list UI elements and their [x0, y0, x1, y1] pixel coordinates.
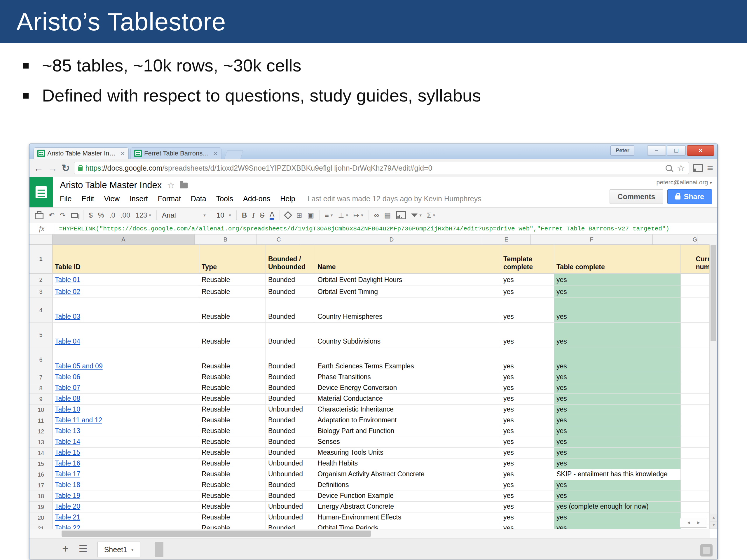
- filter-icon[interactable]: [411, 213, 417, 217]
- cell-table-complete[interactable]: yes: [554, 512, 681, 523]
- cell-bounded[interactable]: Bounded: [266, 286, 315, 297]
- cell-table-id[interactable]: Table 03: [53, 298, 199, 322]
- cell-table-id[interactable]: Table 01: [53, 274, 199, 286]
- paint-format-icon[interactable]: [71, 213, 78, 218]
- row-number[interactable]: 13: [29, 437, 53, 447]
- cell-table-id[interactable]: Table 21: [53, 512, 199, 523]
- cell-type[interactable]: Reusable: [199, 437, 266, 447]
- column-letter-B[interactable]: B: [195, 235, 257, 244]
- table-id-link[interactable]: Table 14: [55, 438, 80, 445]
- cell-template-complete[interactable]: yes: [501, 512, 554, 523]
- cell-type[interactable]: Reusable: [199, 469, 266, 480]
- cell-name[interactable]: Senses: [315, 437, 501, 447]
- cell-type[interactable]: Reusable: [199, 491, 266, 501]
- cell-type[interactable]: Reusable: [199, 274, 266, 286]
- menu-file[interactable]: File: [60, 194, 72, 203]
- fill-color-icon[interactable]: [284, 211, 292, 219]
- decrease-decimal-button[interactable]: .0: [109, 211, 115, 219]
- table-id-link[interactable]: Table 10: [55, 405, 80, 413]
- table-id-link[interactable]: Table 02: [55, 288, 80, 295]
- tab-aristo-table-master-index[interactable]: Aristo Table Master Index ×: [33, 147, 129, 159]
- cell-table-id[interactable]: Table 08: [53, 394, 199, 404]
- cell-bounded[interactable]: Bounded: [266, 491, 315, 501]
- cell-table-id[interactable]: Table 16: [53, 458, 199, 469]
- menu-view[interactable]: View: [104, 194, 120, 203]
- cell-table-id[interactable]: Table 04: [53, 323, 199, 347]
- cell-name[interactable]: Definitions: [315, 480, 501, 490]
- text-color-button[interactable]: A: [269, 211, 274, 220]
- doc-star-icon[interactable]: ☆: [167, 181, 175, 190]
- cell-template-complete[interactable]: yes: [501, 437, 554, 447]
- row-number[interactable]: 2: [29, 274, 53, 286]
- cell-name[interactable]: Health Habits: [315, 458, 501, 469]
- cell-type[interactable]: Reusable: [199, 512, 266, 523]
- cell-template-complete[interactable]: yes: [501, 458, 554, 469]
- cell-type[interactable]: Reusable: [199, 323, 266, 347]
- vertical-scrollbar[interactable]: [710, 244, 717, 529]
- table-id-link[interactable]: Table 18: [55, 481, 80, 488]
- cell-bounded[interactable]: Unbounded: [266, 512, 315, 523]
- cell-bounded[interactable]: Unbounded: [266, 502, 315, 512]
- cell-template-complete[interactable]: yes: [501, 448, 554, 458]
- row-number[interactable]: 14: [29, 448, 53, 458]
- column-letter-A[interactable]: A: [53, 235, 195, 244]
- table-id-link[interactable]: Table 15: [55, 449, 80, 456]
- zoom-icon[interactable]: [666, 165, 672, 171]
- cell-bounded[interactable]: Bounded: [266, 372, 315, 383]
- cell-table-complete[interactable]: yes: [554, 372, 681, 383]
- back-icon[interactable]: ←: [33, 163, 44, 173]
- table-id-link[interactable]: Table 21: [55, 513, 80, 521]
- pager-left-icon[interactable]: ◄: [686, 520, 691, 525]
- cell-table-id[interactable]: Table 20: [53, 502, 199, 512]
- cell-table-complete[interactable]: yes (complete enough for now): [554, 502, 681, 512]
- column-letter-F[interactable]: F: [531, 235, 653, 244]
- insert-chart-icon[interactable]: [396, 211, 406, 219]
- cell-template-complete[interactable]: yes: [501, 394, 554, 404]
- menu-insert[interactable]: Insert: [130, 194, 148, 203]
- cell-template-complete[interactable]: yes: [501, 274, 554, 286]
- row-number[interactable]: 1: [29, 245, 53, 273]
- cell-name[interactable]: Characteristic Inheritance: [315, 404, 501, 415]
- cell-name[interactable]: Material Conductance: [315, 394, 501, 404]
- row-number[interactable]: 5: [29, 323, 53, 347]
- horizontal-scrollbar[interactable]: [29, 529, 710, 538]
- cell-template-complete[interactable]: yes: [501, 286, 554, 297]
- row-number[interactable]: 6: [29, 347, 53, 372]
- column-letter-D[interactable]: D: [301, 235, 482, 244]
- table-id-link[interactable]: Table 20: [55, 503, 80, 510]
- cell-template-complete[interactable]: yes: [501, 383, 554, 394]
- print-icon[interactable]: [35, 213, 44, 219]
- font-size-select[interactable]: 10▾: [216, 211, 231, 219]
- table-id-link[interactable]: Table 11 and 12: [55, 416, 102, 424]
- format-percent-button[interactable]: %: [98, 211, 104, 219]
- cell-bounded[interactable]: Bounded: [266, 323, 315, 347]
- menu-add-ons[interactable]: Add-ons: [243, 194, 270, 203]
- cell-table-complete[interactable]: yes: [554, 274, 681, 286]
- header-cell[interactable]: Bounded / Unbounded: [266, 245, 315, 273]
- forward-icon[interactable]: →: [48, 163, 57, 173]
- cell-table-complete[interactable]: yes: [554, 286, 681, 297]
- cell-name[interactable]: Earth Sciences Terms Examples: [315, 347, 501, 372]
- cell-bounded[interactable]: Bounded: [266, 298, 315, 322]
- cell-table-id[interactable]: Table 11 and 12: [53, 415, 199, 426]
- cell-bounded[interactable]: Bounded: [266, 383, 315, 394]
- cell-table-complete[interactable]: yes: [554, 437, 681, 447]
- cell-type[interactable]: Reusable: [199, 448, 266, 458]
- status-corner-chip[interactable]: [700, 544, 713, 557]
- comments-button[interactable]: Comments: [610, 189, 663, 204]
- cell-table-id[interactable]: Table 17: [53, 469, 199, 480]
- undo-icon[interactable]: ↶: [49, 211, 55, 219]
- move-to-folder-icon[interactable]: [180, 183, 188, 188]
- cell-table-id[interactable]: Table 10: [53, 404, 199, 415]
- cell-name[interactable]: Device Function Example: [315, 491, 501, 501]
- column-letter-E[interactable]: E: [482, 235, 531, 244]
- cell-name[interactable]: Orbital Event Timing: [315, 286, 501, 297]
- cell-name[interactable]: Device Energy Conversion: [315, 383, 501, 394]
- cell-type[interactable]: Reusable: [199, 298, 266, 322]
- row-number[interactable]: 8: [29, 383, 53, 394]
- cell-table-id[interactable]: Table 07: [53, 383, 199, 394]
- vertical-scrollbar-thumb[interactable]: [711, 245, 716, 341]
- scroll-up-icon[interactable]: ▲: [710, 514, 717, 521]
- cell-template-complete[interactable]: yes: [501, 469, 554, 480]
- cell-table-complete[interactable]: yes: [554, 480, 681, 490]
